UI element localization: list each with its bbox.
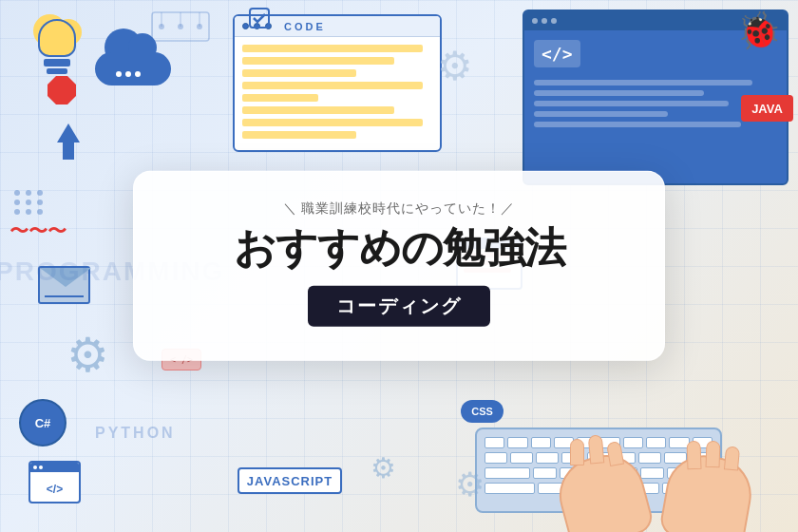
code-label: CODE xyxy=(284,21,326,32)
stop-sign-decoration xyxy=(48,76,76,104)
javascript-badge: JAVASCRIPT xyxy=(238,467,342,494)
gear-left-decoration: ⚙ xyxy=(66,328,109,383)
dots-pattern xyxy=(14,190,45,215)
css-badge: CSS xyxy=(461,400,504,423)
checkbox-decoration xyxy=(249,8,270,32)
arrow-stem xyxy=(63,141,74,160)
card-main-title: おすすめの勉強法 xyxy=(181,225,617,271)
bug-decoration: 🐞 xyxy=(736,10,781,51)
background-scene: 〜〜〜 ⚙ C# PROGRAMMING </> PYTHON xyxy=(0,0,798,532)
overlay-card: ＼ 職業訓練校時代にやっていた！／ おすすめの勉強法 コーディング xyxy=(133,171,665,361)
hands-decoration xyxy=(466,408,770,532)
gear-center-decoration: ⚙ xyxy=(437,43,473,89)
main-monitor: CODE xyxy=(233,14,442,171)
python-text: PYTHON xyxy=(95,425,176,442)
java-badge: JAVA xyxy=(741,95,793,122)
circuit-decoration xyxy=(147,8,214,49)
bulb-decoration xyxy=(28,19,86,86)
card-subtitle: ＼ 職業訓練校時代にやっていた！／ xyxy=(181,200,617,218)
card-tag-pill: コーディング xyxy=(308,286,490,327)
arrow-up-decoration xyxy=(57,124,80,142)
zigzag-decoration: 〜〜〜 xyxy=(10,218,66,244)
svg-rect-7 xyxy=(250,9,269,28)
code-tag-right: </> xyxy=(534,40,580,67)
gear-br-decoration: ⚙ xyxy=(455,466,484,504)
small-window-bl: </> xyxy=(28,461,81,504)
cs-badge: C# xyxy=(19,399,66,446)
gear-bottom-decoration: ⚙ xyxy=(370,451,396,484)
